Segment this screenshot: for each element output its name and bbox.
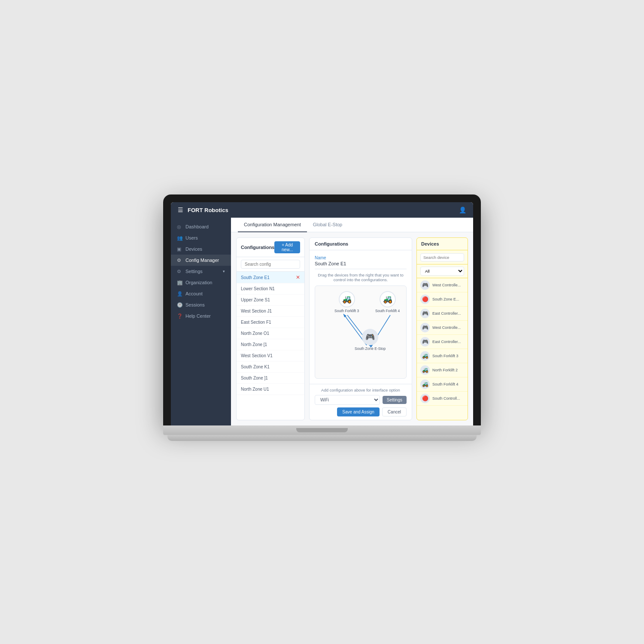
- device-avatar-south-controll: 🔴: [420, 394, 430, 403]
- topbar: ☰ FORT Robotics 👤: [171, 202, 473, 218]
- device-avatar-east-controller-2: 🎮: [420, 337, 430, 346]
- node-label-sf4: South Forklift 4: [375, 309, 400, 313]
- add-new-button[interactable]: + Add new...: [274, 241, 300, 253]
- sidebar-label-config-manager: Config Manager: [185, 258, 225, 263]
- device-name-west-controller-2: West Controlle...: [432, 325, 461, 330]
- sidebar-icon-users: 👥: [177, 235, 182, 240]
- name-field-value: South Zone E1: [315, 261, 407, 269]
- config-item-west-section-v1[interactable]: West Section V1: [237, 350, 304, 361]
- device-item-south-forklift-4[interactable]: 🚜 South Forklift 4: [417, 377, 468, 392]
- config-item-east-section-f1[interactable]: East Section F1: [237, 317, 304, 328]
- device-item-north-forklift-2[interactable]: 🚜 North Forklift 2: [417, 363, 468, 377]
- device-item-south-controll[interactable]: 🔴 South Controll...: [417, 392, 468, 406]
- config-item-text-east-section-f1: East Section F1: [241, 320, 300, 325]
- device-name-east-controller-1: East Controller...: [432, 311, 461, 316]
- node-south-zone-estop[interactable]: 🎮 South Zone E-Stop: [355, 329, 386, 351]
- menu-icon[interactable]: ☰: [178, 207, 183, 213]
- config-item-close-south-zone-e1[interactable]: ✕: [296, 275, 300, 280]
- config-search-input[interactable]: [241, 260, 300, 269]
- settings-button[interactable]: Settings: [383, 396, 407, 404]
- devices-panel-title: Devices: [417, 238, 468, 250]
- action-row: Save and Assign Cancel: [315, 407, 407, 416]
- drag-hint-text: Drag the devices from the right that you…: [315, 273, 407, 282]
- device-item-south-forklift-3[interactable]: 🚜 South Forklift 3: [417, 349, 468, 363]
- config-item-north-zone-o1[interactable]: North Zone O1: [237, 328, 304, 339]
- node-avatar-sf4: 🚜: [380, 291, 396, 307]
- config-item-south-zone-j1[interactable]: South Zone ]1: [237, 373, 304, 384]
- user-icon[interactable]: 👤: [459, 207, 466, 213]
- sidebar-icon-settings: ⚙: [177, 269, 182, 274]
- config-detail-body: Name South Zone E1 Drag the devices from…: [310, 250, 412, 384]
- device-avatar-south-forklift-3: 🚜: [420, 351, 430, 361]
- tab-config-mgmt[interactable]: Configuration Management: [238, 218, 307, 232]
- content-area: Configuration ManagementGlobal E-Stop Co…: [231, 218, 473, 425]
- sidebar-item-devices[interactable]: ▣ Devices: [171, 243, 231, 255]
- diagram-area[interactable]: 🚜 South Forklift 3 🚜 South Forklift 4: [315, 286, 407, 379]
- sidebar-item-sessions[interactable]: 🕐 Sessions: [171, 299, 231, 310]
- device-avatar-west-controller-2: 🎮: [420, 323, 430, 332]
- config-item-text-south-zone-j1: South Zone ]1: [241, 376, 300, 380]
- sidebar-item-dashboard[interactable]: ◎ Dashboard: [171, 221, 231, 232]
- config-item-upper-zone-s1[interactable]: Upper Zone S1: [237, 295, 304, 306]
- device-name-south-forklift-4: South Forklift 4: [432, 382, 459, 387]
- sidebar-icon-config-manager: ⚙: [177, 258, 182, 263]
- sidebar-item-organization[interactable]: 🏢 Organization: [171, 277, 231, 288]
- sidebar-item-account[interactable]: 👤 Account: [171, 288, 231, 299]
- sidebar-icon-organization: 🏢: [177, 280, 182, 285]
- device-item-west-controller-1[interactable]: 🎮 West Controlle...: [417, 278, 468, 292]
- devices-list: 🎮 West Controlle... 🔴 South Zone E... 🎮 …: [417, 278, 468, 420]
- configs-panel-title: Configurations: [241, 245, 274, 250]
- sidebar-item-help-center[interactable]: ❓ Help Center: [171, 310, 231, 322]
- sidebar: ◎ Dashboard 👥 Users ▣ Devices ⚙ Config M…: [171, 218, 231, 425]
- config-item-text-south-zone-k1: South Zone K1: [241, 365, 300, 369]
- node-south-forklift-3[interactable]: 🚜 South Forklift 3: [334, 291, 359, 313]
- configs-panel: Configurations + Add new... South Zone E…: [236, 237, 305, 420]
- device-item-west-controller-2[interactable]: 🎮 West Controlle...: [417, 321, 468, 335]
- device-item-east-controller-2[interactable]: 🎮 East Controller...: [417, 335, 468, 349]
- sidebar-label-organization: Organization: [185, 280, 225, 285]
- interface-select[interactable]: WiFi: [315, 395, 380, 405]
- cancel-button[interactable]: Cancel: [382, 407, 407, 416]
- config-item-south-zone-e1[interactable]: South Zone E1 ✕: [237, 272, 304, 283]
- devices-filter-select[interactable]: All Controllers Forklifts E-Stops: [420, 267, 464, 276]
- node-avatar-sf3: 🚜: [339, 291, 355, 307]
- device-item-south-zone-e[interactable]: 🔴 South Zone E...: [417, 292, 468, 307]
- sidebar-item-users[interactable]: 👥 Users: [171, 232, 231, 243]
- interface-hint: Add configuration above for interface op…: [315, 388, 407, 392]
- device-item-east-controller-1[interactable]: 🎮 East Controller...: [417, 307, 468, 321]
- devices-panel: Devices All Controllers Forklifts: [416, 237, 468, 420]
- sidebar-label-account: Account: [185, 291, 225, 296]
- config-item-text-south-zone-e1: South Zone E1: [241, 275, 296, 280]
- sidebar-label-help-center: Help Center: [185, 313, 225, 319]
- device-name-south-zone-e: South Zone E...: [432, 297, 459, 302]
- device-name-south-controll: South Controll...: [432, 396, 460, 401]
- device-avatar-south-forklift-4: 🚜: [420, 380, 430, 389]
- config-item-text-north-zone-1: North Zone [1: [241, 342, 300, 347]
- save-assign-button[interactable]: Save and Assign: [337, 407, 380, 416]
- sidebar-icon-help-center: ❓: [177, 313, 182, 319]
- sidebar-item-settings[interactable]: ⚙ Settings ▾: [171, 266, 231, 277]
- config-item-text-north-zone-o1: North Zone O1: [241, 331, 300, 336]
- config-search-box: [237, 257, 304, 272]
- sidebar-label-users: Users: [185, 235, 225, 240]
- device-avatar-north-forklift-2: 🚜: [420, 365, 430, 375]
- config-item-text-lower-section-n1: Lower Section N1: [241, 286, 300, 291]
- tab-global-estop[interactable]: Global E-Stop: [307, 218, 348, 232]
- panels: Configurations + Add new... South Zone E…: [231, 232, 473, 425]
- config-item-text-north-zone-u1: North Zone U1: [241, 387, 300, 392]
- sidebar-item-config-manager[interactable]: ⚙ Config Manager: [171, 255, 231, 266]
- config-item-text-west-section-v1: West Section V1: [241, 353, 300, 358]
- sidebar-label-settings: Settings: [185, 269, 219, 274]
- node-avatar-estop: 🎮: [362, 329, 378, 345]
- config-item-west-section-j1[interactable]: West Section J1: [237, 306, 304, 317]
- tabs-bar: Configuration ManagementGlobal E-Stop: [231, 218, 473, 232]
- config-item-north-zone-1[interactable]: North Zone [1: [237, 339, 304, 350]
- sidebar-icon-dashboard: ◎: [177, 224, 182, 229]
- device-avatar-east-controller-1: 🎮: [420, 309, 430, 318]
- config-item-text-west-section-j1: West Section J1: [241, 309, 300, 313]
- config-item-lower-section-n1[interactable]: Lower Section N1: [237, 283, 304, 295]
- config-item-south-zone-k1[interactable]: South Zone K1: [237, 361, 304, 373]
- devices-search-input[interactable]: [420, 253, 464, 261]
- config-item-north-zone-u1[interactable]: North Zone U1: [237, 384, 304, 395]
- node-south-forklift-4[interactable]: 🚜 South Forklift 4: [375, 291, 400, 313]
